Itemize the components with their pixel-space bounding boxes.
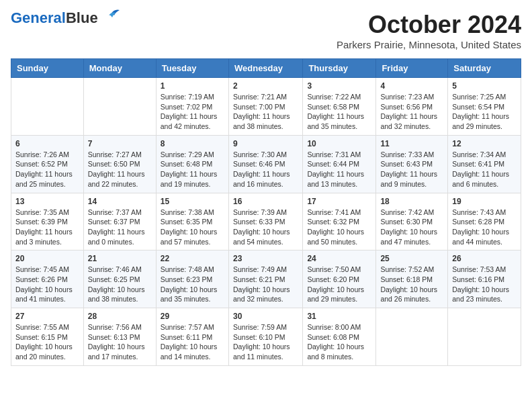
calendar-cell: 29 Sunrise: 7:57 AMSunset: 6:11 PMDaylig…	[156, 308, 228, 366]
weekday-header: Thursday	[303, 59, 376, 78]
day-number: 5	[452, 81, 517, 91]
calendar-cell: 4 Sunrise: 7:23 AMSunset: 6:56 PMDayligh…	[376, 78, 448, 136]
calendar-cell: 15 Sunrise: 7:38 AMSunset: 6:35 PMDaylig…	[156, 193, 228, 250]
calendar-cell: 22 Sunrise: 7:48 AMSunset: 6:23 PMDaylig…	[156, 250, 228, 308]
calendar-cell	[11, 78, 84, 136]
day-number: 28	[88, 312, 152, 321]
calendar-cell	[83, 78, 156, 136]
weekday-header: Wednesday	[228, 59, 302, 78]
day-info: Sunrise: 7:29 AMSunset: 6:48 PMDaylight:…	[161, 150, 224, 189]
day-info: Sunrise: 7:49 AMSunset: 6:21 PMDaylight:…	[233, 265, 298, 304]
month-title: October 2024	[337, 11, 521, 39]
day-info: Sunrise: 7:41 AMSunset: 6:32 PMDaylight:…	[307, 208, 371, 247]
day-info: Sunrise: 7:27 AMSunset: 6:50 PMDaylight:…	[88, 150, 152, 189]
day-info: Sunrise: 7:30 AMSunset: 6:46 PMDaylight:…	[233, 150, 298, 189]
calendar-cell: 27 Sunrise: 7:55 AMSunset: 6:15 PMDaylig…	[11, 308, 84, 366]
calendar-cell: 31 Sunrise: 8:00 AMSunset: 6:08 PMDaylig…	[303, 308, 376, 366]
calendar-cell: 1 Sunrise: 7:19 AMSunset: 7:02 PMDayligh…	[156, 78, 228, 136]
day-info: Sunrise: 7:55 AMSunset: 6:15 PMDaylight:…	[15, 322, 79, 362]
calendar-cell: 7 Sunrise: 7:27 AMSunset: 6:50 PMDayligh…	[83, 135, 156, 193]
day-number: 21	[88, 254, 152, 263]
calendar-cell: 21 Sunrise: 7:46 AMSunset: 6:25 PMDaylig…	[83, 250, 156, 308]
day-number: 2	[233, 81, 298, 91]
day-info: Sunrise: 7:52 AMSunset: 6:18 PMDaylight:…	[380, 265, 443, 304]
calendar-cell: 6 Sunrise: 7:26 AMSunset: 6:52 PMDayligh…	[11, 135, 84, 193]
calendar-cell: 5 Sunrise: 7:25 AMSunset: 6:54 PMDayligh…	[448, 78, 521, 136]
day-number: 17	[307, 197, 371, 206]
day-number: 19	[452, 197, 517, 206]
day-number: 9	[233, 139, 298, 148]
day-info: Sunrise: 7:23 AMSunset: 6:56 PMDaylight:…	[380, 92, 443, 132]
logo-text: GeneralBlue	[11, 11, 98, 26]
day-number: 20	[15, 254, 79, 263]
calendar-cell: 30 Sunrise: 7:59 AMSunset: 6:10 PMDaylig…	[228, 308, 302, 366]
day-number: 1	[161, 81, 224, 91]
day-info: Sunrise: 7:35 AMSunset: 6:39 PMDaylight:…	[15, 208, 79, 247]
day-number: 18	[380, 197, 443, 206]
day-info: Sunrise: 7:46 AMSunset: 6:25 PMDaylight:…	[88, 265, 152, 304]
day-info: Sunrise: 7:19 AMSunset: 7:02 PMDaylight:…	[161, 92, 224, 132]
day-number: 13	[15, 197, 79, 206]
calendar-cell: 23 Sunrise: 7:49 AMSunset: 6:21 PMDaylig…	[228, 250, 302, 308]
day-info: Sunrise: 7:31 AMSunset: 6:44 PMDaylight:…	[307, 150, 371, 189]
day-info: Sunrise: 7:37 AMSunset: 6:37 PMDaylight:…	[88, 208, 152, 247]
calendar-cell: 8 Sunrise: 7:29 AMSunset: 6:48 PMDayligh…	[156, 135, 228, 193]
weekday-header: Tuesday	[156, 59, 228, 78]
calendar-cell: 17 Sunrise: 7:41 AMSunset: 6:32 PMDaylig…	[303, 193, 376, 250]
calendar-cell: 3 Sunrise: 7:22 AMSunset: 6:58 PMDayligh…	[303, 78, 376, 136]
day-info: Sunrise: 7:59 AMSunset: 6:10 PMDaylight:…	[233, 322, 298, 362]
day-info: Sunrise: 8:00 AMSunset: 6:08 PMDaylight:…	[307, 322, 371, 362]
calendar-cell	[448, 308, 521, 366]
calendar-cell: 18 Sunrise: 7:42 AMSunset: 6:30 PMDaylig…	[376, 193, 448, 250]
calendar-table: SundayMondayTuesdayWednesdayThursdayFrid…	[11, 58, 521, 366]
weekday-header: Monday	[83, 59, 156, 78]
day-number: 12	[452, 139, 517, 148]
calendar-week-row: 6 Sunrise: 7:26 AMSunset: 6:52 PMDayligh…	[11, 135, 521, 193]
day-number: 3	[307, 81, 371, 91]
calendar-cell: 25 Sunrise: 7:52 AMSunset: 6:18 PMDaylig…	[376, 250, 448, 308]
day-number: 25	[380, 254, 443, 263]
day-number: 11	[380, 139, 443, 148]
day-info: Sunrise: 7:38 AMSunset: 6:35 PMDaylight:…	[161, 208, 224, 247]
calendar-cell: 11 Sunrise: 7:33 AMSunset: 6:43 PMDaylig…	[376, 135, 448, 193]
calendar-cell: 28 Sunrise: 7:56 AMSunset: 6:13 PMDaylig…	[83, 308, 156, 366]
day-info: Sunrise: 7:21 AMSunset: 7:00 PMDaylight:…	[233, 92, 298, 132]
calendar-week-row: 27 Sunrise: 7:55 AMSunset: 6:15 PMDaylig…	[11, 308, 521, 366]
day-info: Sunrise: 7:48 AMSunset: 6:23 PMDaylight:…	[161, 265, 224, 304]
day-number: 24	[307, 254, 371, 263]
day-info: Sunrise: 7:43 AMSunset: 6:28 PMDaylight:…	[452, 208, 517, 247]
day-info: Sunrise: 7:25 AMSunset: 6:54 PMDaylight:…	[452, 92, 517, 132]
logo: GeneralBlue	[11, 11, 121, 26]
day-info: Sunrise: 7:45 AMSunset: 6:26 PMDaylight:…	[15, 265, 79, 304]
day-info: Sunrise: 7:34 AMSunset: 6:41 PMDaylight:…	[452, 150, 517, 189]
day-number: 14	[88, 197, 152, 206]
weekday-header: Saturday	[448, 59, 521, 78]
day-number: 29	[161, 312, 224, 321]
day-number: 31	[307, 312, 371, 321]
day-number: 23	[233, 254, 298, 263]
day-number: 22	[161, 254, 224, 263]
title-block: October 2024 Parkers Prairie, Minnesota,…	[337, 11, 521, 50]
weekday-header-row: SundayMondayTuesdayWednesdayThursdayFrid…	[11, 59, 521, 78]
day-number: 15	[161, 197, 224, 206]
day-info: Sunrise: 7:57 AMSunset: 6:11 PMDaylight:…	[161, 322, 224, 362]
day-info: Sunrise: 7:53 AMSunset: 6:16 PMDaylight:…	[452, 265, 517, 304]
day-number: 16	[233, 197, 298, 206]
calendar-cell: 13 Sunrise: 7:35 AMSunset: 6:39 PMDaylig…	[11, 193, 84, 250]
calendar-cell: 2 Sunrise: 7:21 AMSunset: 7:00 PMDayligh…	[228, 78, 302, 136]
calendar-cell: 16 Sunrise: 7:39 AMSunset: 6:33 PMDaylig…	[228, 193, 302, 250]
day-number: 10	[307, 139, 371, 148]
day-info: Sunrise: 7:39 AMSunset: 6:33 PMDaylight:…	[233, 208, 298, 247]
logo-block: GeneralBlue	[11, 11, 121, 26]
day-number: 4	[380, 81, 443, 91]
logo-bird-icon	[101, 9, 121, 24]
day-info: Sunrise: 7:26 AMSunset: 6:52 PMDaylight:…	[15, 150, 79, 189]
calendar-cell: 24 Sunrise: 7:50 AMSunset: 6:20 PMDaylig…	[303, 250, 376, 308]
weekday-header: Sunday	[11, 59, 84, 78]
calendar-cell: 10 Sunrise: 7:31 AMSunset: 6:44 PMDaylig…	[303, 135, 376, 193]
day-number: 6	[15, 139, 79, 148]
calendar-week-row: 1 Sunrise: 7:19 AMSunset: 7:02 PMDayligh…	[11, 78, 521, 136]
day-info: Sunrise: 7:56 AMSunset: 6:13 PMDaylight:…	[88, 322, 152, 362]
location-title: Parkers Prairie, Minnesota, United State…	[337, 39, 521, 50]
calendar-cell: 19 Sunrise: 7:43 AMSunset: 6:28 PMDaylig…	[448, 193, 521, 250]
